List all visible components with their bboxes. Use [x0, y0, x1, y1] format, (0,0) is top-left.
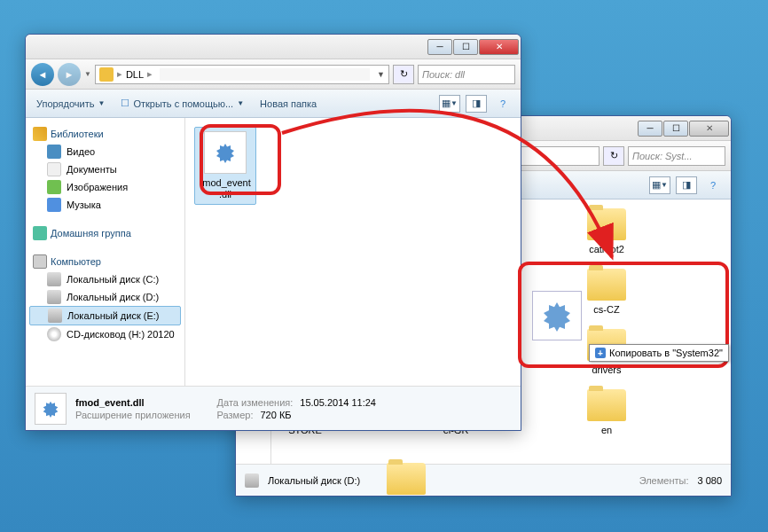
dll-file-icon	[204, 131, 247, 174]
music-icon	[47, 198, 61, 212]
images-icon	[47, 180, 61, 194]
view-button[interactable]: ▦▼	[649, 176, 670, 194]
preview-pane-button[interactable]: ◨	[466, 95, 487, 113]
titlebar: ─ ☐ ✕	[26, 35, 521, 59]
refresh-button[interactable]: ↻	[393, 65, 414, 84]
details-type: Расширение приложения	[75, 410, 191, 420]
details-filename: fmod_event.dll	[75, 397, 145, 408]
close-button[interactable]: ✕	[479, 39, 519, 55]
sidebar-computer[interactable]: Компьютер	[29, 253, 181, 270]
details-file-icon	[35, 393, 67, 425]
date-label: Дата изменения:	[217, 397, 294, 408]
nav-back-button[interactable]: ◄	[31, 63, 54, 86]
date-value: 15.05.2014 11:24	[300, 397, 376, 408]
sidebar: Библиотеки Видео Документы Изображения М…	[26, 118, 185, 386]
folder-icon	[587, 389, 626, 421]
navbar: ◄ ► ▼ ▸ DLL ▸ ▼ ↻ Поиск: dll	[26, 59, 521, 90]
computer-icon	[33, 254, 47, 269]
disk-icon	[48, 309, 62, 323]
sidebar-item-cd[interactable]: CD-дисковод (H:) 20120	[29, 325, 181, 343]
disk-icon	[245, 473, 259, 488]
folder-icon	[99, 67, 114, 82]
chevron-right-icon: ▸	[117, 68, 122, 80]
nav-forward-button[interactable]: ►	[58, 63, 81, 86]
file-item-dll[interactable]: fmod_event.dll	[194, 127, 256, 205]
sidebar-item-disk-e[interactable]: Локальный диск (E:)	[29, 306, 181, 325]
folder-icon	[587, 269, 626, 301]
sidebar-item-documents[interactable]: Документы	[29, 160, 181, 178]
view-button[interactable]: ▦▼	[439, 95, 460, 113]
details-pane: Локальный диск (D:) Элементы: 3 080	[236, 464, 731, 496]
libraries-icon	[33, 127, 47, 141]
search-input[interactable]: Поиск: dll	[418, 65, 515, 84]
gear-icon	[541, 300, 573, 332]
refresh-button[interactable]: ↻	[603, 146, 624, 166]
details-pane: fmod_event.dll Расширение приложения Дат…	[26, 386, 521, 430]
gear-icon	[215, 142, 236, 163]
open-with-button[interactable]: ☐ Открыть с помощью...▼	[117, 96, 247, 111]
items-label: Элементы:	[639, 475, 689, 486]
folder-icon	[387, 463, 426, 495]
minimize-button[interactable]: ─	[638, 121, 662, 137]
sidebar-item-label: Локальный диск (D:)	[268, 475, 360, 486]
organize-button[interactable]: Упорядочить▼	[33, 97, 108, 111]
drag-ghost-icon	[532, 291, 582, 340]
close-button[interactable]: ✕	[689, 121, 729, 137]
size-label: Размер:	[217, 410, 254, 420]
file-label: fmod_event.dll	[199, 177, 252, 200]
toolbar: Упорядочить▼ ☐ Открыть с помощью...▼ Нов…	[26, 90, 521, 118]
maximize-button[interactable]: ☐	[453, 39, 478, 55]
new-folder-button[interactable]: Новая папка	[256, 97, 320, 111]
drop-tooltip: + Копировать в "System32"	[589, 344, 729, 362]
folder-item[interactable]: cs-CZ	[580, 269, 633, 315]
sidebar-item-images[interactable]: Изображения	[29, 178, 181, 196]
disk-icon	[47, 272, 61, 286]
sidebar-homegroup[interactable]: Домашняя группа	[29, 224, 181, 242]
sidebar-item-video[interactable]: Видео	[29, 143, 181, 160]
path-redacted	[160, 68, 370, 81]
items-count: 3 080	[697, 475, 722, 486]
sidebar-item-music[interactable]: Музыка	[29, 196, 181, 214]
cd-icon	[47, 327, 61, 341]
open-icon: ☐	[121, 98, 129, 109]
plus-icon: +	[595, 348, 606, 358]
folder-icon	[587, 208, 626, 240]
folder-item[interactable]: catroot2	[580, 208, 633, 254]
sidebar-libraries[interactable]: Библиотеки	[29, 125, 181, 143]
help-button[interactable]: ?	[492, 95, 513, 113]
video-icon	[47, 145, 61, 159]
folder-content[interactable]: fmod_event.dll	[185, 118, 521, 386]
size-value: 720 КБ	[260, 410, 291, 420]
search-input[interactable]: Поиск: Syst...	[628, 146, 725, 166]
help-button[interactable]: ?	[702, 176, 724, 194]
folder-item[interactable]: en	[580, 389, 633, 435]
maximize-button[interactable]: ☐	[663, 121, 688, 137]
sidebar-item-disk-d[interactable]: Локальный диск (D:)	[29, 288, 181, 306]
tooltip-text: Копировать в "System32"	[609, 348, 723, 358]
homegroup-icon	[33, 226, 47, 240]
window-dll: ─ ☐ ✕ ◄ ► ▼ ▸ DLL ▸ ▼ ↻ Поиск: dll Упоря…	[25, 34, 521, 431]
minimize-button[interactable]: ─	[427, 39, 452, 55]
documents-icon	[47, 162, 61, 176]
disk-icon	[47, 290, 61, 304]
chevron-right-icon: ▸	[147, 68, 153, 80]
preview-pane-button[interactable]: ◨	[676, 176, 697, 194]
gear-icon	[42, 400, 59, 418]
sidebar-item-disk-c[interactable]: Локальный диск (C:)	[29, 270, 181, 288]
breadcrumb-folder[interactable]: DLL	[126, 69, 144, 80]
breadcrumb[interactable]: ▸ DLL ▸ ▼	[95, 65, 389, 84]
